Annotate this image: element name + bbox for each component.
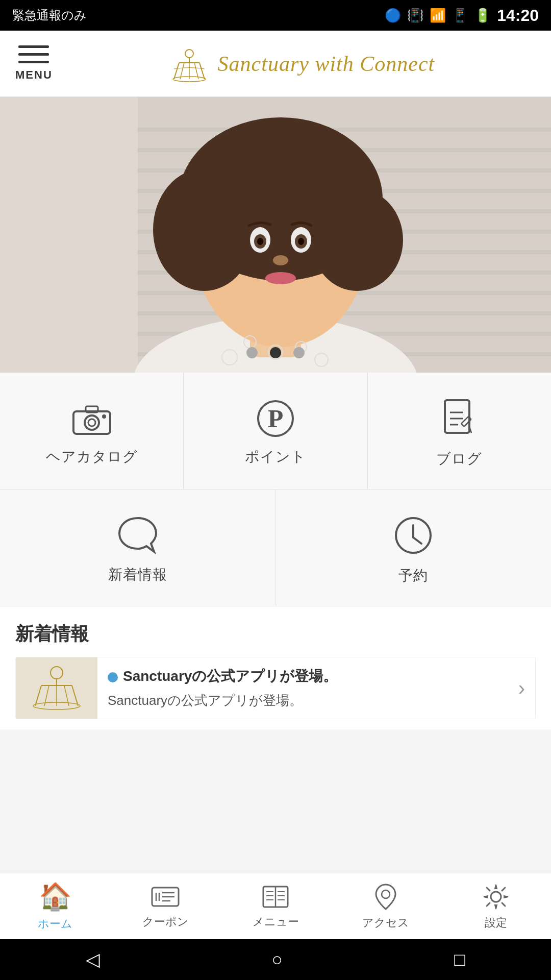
coupon-label: クーポン <box>142 914 189 929</box>
clock-icon <box>393 515 434 556</box>
home-icon: 🏠 <box>39 881 72 912</box>
svg-rect-48 <box>445 400 469 433</box>
nav-item-coupon[interactable]: クーポン <box>110 873 220 939</box>
news-thumb-icon <box>21 660 92 716</box>
menu-line-3 <box>18 61 49 63</box>
news-body: Sanctuaryの公式アプリが登場。 <box>108 691 503 709</box>
battery-icon: 🔋 <box>474 8 491 23</box>
header-logo: Sanctuary with Connect <box>68 43 536 84</box>
chat-icon <box>117 516 158 555</box>
hero-illustration <box>0 97 551 373</box>
news-dot <box>108 672 118 682</box>
svg-rect-10 <box>0 97 138 373</box>
svg-point-45 <box>88 419 95 426</box>
news-card[interactable]: Sanctuaryの公式アプリが登場。 Sanctuaryの公式アプリが登場。 … <box>15 657 536 719</box>
clock: 14:20 <box>497 6 539 25</box>
nav-item-home[interactable]: 🏠 ホーム <box>0 873 110 939</box>
news-thumbnail <box>16 657 97 719</box>
svg-point-35 <box>273 255 288 265</box>
sim-icon: 📱 <box>452 8 468 23</box>
logo-icon <box>169 43 210 84</box>
hair-catalog-label: ヘアカタログ <box>46 447 138 467</box>
svg-point-44 <box>85 415 99 430</box>
svg-line-4 <box>199 63 205 79</box>
back-button[interactable]: ◁ <box>86 949 100 970</box>
svg-point-28 <box>311 189 403 291</box>
blog-label: ブログ <box>436 449 482 469</box>
p-circle-icon: P <box>257 400 294 437</box>
access-icon <box>374 883 397 911</box>
svg-line-3 <box>174 63 179 79</box>
bluetooth-icon: 🔵 <box>385 8 401 23</box>
svg-point-82 <box>491 892 501 902</box>
settings-icon <box>482 883 510 911</box>
grid-row-1: ヘアカタログ P ポイント ブログ <box>0 373 551 489</box>
svg-point-0 <box>185 50 193 58</box>
menu-button[interactable]: MENU <box>15 45 53 82</box>
vibrate-icon: 📳 <box>407 8 423 23</box>
svg-point-47 <box>102 414 106 419</box>
menu-book-icon <box>261 884 290 910</box>
menu-line-2 <box>18 53 49 56</box>
wifi-icon: 📶 <box>430 8 446 23</box>
slider-dots <box>246 347 305 358</box>
nav-item-settings[interactable]: 設定 <box>441 873 551 939</box>
svg-point-34 <box>298 238 304 245</box>
menu-label: MENU <box>15 68 53 82</box>
status-left-text: 緊急通報のみ <box>12 7 87 23</box>
nav-item-access[interactable]: アクセス <box>331 873 441 939</box>
recent-button[interactable]: □ <box>454 949 465 970</box>
svg-rect-11 <box>138 128 551 132</box>
doc-edit-icon <box>441 398 478 439</box>
grid-menu: ヘアカタログ P ポイント ブログ 新着情 <box>0 373 551 606</box>
access-label: アクセス <box>362 915 409 930</box>
status-bar: 緊急通報のみ 🔵 📳 📶 📱 🔋 14:20 <box>0 0 551 31</box>
header: MENU Sanctuary with Connect <box>0 31 551 97</box>
status-icons: 🔵 📳 📶 📱 🔋 14:20 <box>385 6 539 25</box>
android-nav: ◁ ○ □ <box>0 939 551 980</box>
svg-point-37 <box>245 296 306 337</box>
settings-label: 設定 <box>485 915 507 930</box>
grid-cell-points[interactable]: P ポイント <box>184 373 367 489</box>
grid-cell-blog[interactable]: ブログ <box>368 373 551 489</box>
slider-dot-2[interactable] <box>270 347 281 358</box>
news-label: 新着情報 <box>108 565 167 584</box>
camera-icon <box>71 400 112 437</box>
coupon-icon <box>151 884 180 910</box>
svg-point-81 <box>382 890 390 898</box>
news-content: Sanctuaryの公式アプリが登場。 Sanctuaryの公式アプリが登場。 <box>108 661 508 715</box>
grid-row-2: 新着情報 予約 <box>0 489 551 606</box>
grid-cell-hair-catalog[interactable]: ヘアカタログ <box>0 373 184 489</box>
reservation-label: 予約 <box>398 566 428 585</box>
home-button[interactable]: ○ <box>271 949 283 970</box>
svg-point-27 <box>153 168 255 291</box>
hero-image <box>0 97 551 373</box>
nav-item-menu[interactable]: メニュー <box>220 873 331 939</box>
logo-text: Sanctuary with Connect <box>218 52 435 76</box>
news-headline: Sanctuaryの公式アプリが登場。 <box>108 666 503 686</box>
bottom-nav: 🏠 ホーム クーポン メニュー <box>0 873 551 939</box>
home-label: ホーム <box>38 916 72 932</box>
grid-cell-news[interactable]: 新着情報 <box>0 489 276 606</box>
news-arrow-icon: › <box>518 677 535 700</box>
svg-point-33 <box>257 238 263 245</box>
slider-dot-1[interactable] <box>246 347 258 358</box>
svg-line-56 <box>413 537 421 544</box>
slider-dot-3[interactable] <box>293 347 305 358</box>
menu-label: メニュー <box>253 914 299 929</box>
svg-point-36 <box>265 272 296 284</box>
news-section-title: 新着情報 <box>15 622 536 647</box>
menu-line-1 <box>18 45 49 48</box>
news-section: 新着情報 Sanctuaryの公式アプリが登場。 Sanctuaryの公式アプリ… <box>0 606 551 729</box>
points-label: ポイント <box>245 447 306 467</box>
grid-cell-reservation[interactable]: 予約 <box>276 489 552 606</box>
hero-slider[interactable] <box>0 97 551 373</box>
